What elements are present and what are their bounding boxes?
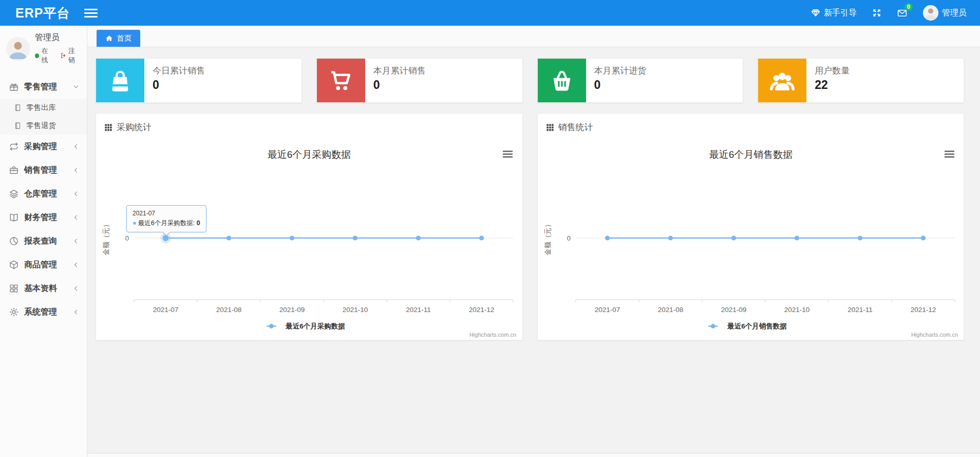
navbar-username: 管理员 (942, 8, 967, 19)
sidebar-user-block: 管理员 在线 注销 (0, 26, 87, 71)
sidebar-item-label: 采购管理 (24, 141, 57, 152)
chevron-left-icon (72, 237, 80, 245)
sidebar-menu: 零售管理零售出库零售退货采购管理销售管理仓库管理财务管理报表查询商品管理基本资料… (0, 75, 87, 324)
data-point[interactable] (605, 235, 609, 240)
chevron-left-icon (72, 261, 80, 268)
data-point[interactable] (668, 235, 672, 240)
layers-icon (9, 189, 19, 199)
y-axis-title: 金额（元） (544, 221, 552, 255)
repeat-icon (9, 141, 19, 152)
svg-text:最近6个月采购数据: 最近6个月采购数据 (285, 322, 345, 330)
data-point[interactable] (920, 235, 925, 240)
submenu-retail: 零售出库零售退货 (0, 99, 87, 135)
user-menu[interactable]: 管理员 (923, 5, 967, 21)
sidebar-avatar (6, 37, 30, 61)
messages-button[interactable]: 0 (897, 8, 908, 19)
stat-card-label: 本月累计销售 (373, 65, 426, 77)
legend-item[interactable]: 最近6个月采购数据 (267, 322, 345, 330)
chart-context-menu-icon[interactable] (503, 151, 513, 158)
sidebar: 管理员 在线 注销 零售管理零售出库零售退货采购管理销售管理仓库管理财务管理报表… (0, 26, 87, 457)
panel-sales-stats: 销售统计 最近6个月销售数据0金额（元）2021-072021-082021-0… (537, 113, 965, 340)
sidebar-item-label: 系统管理 (24, 307, 57, 318)
sidebar-item-label: 销售管理 (24, 165, 57, 176)
data-point[interactable] (794, 235, 799, 240)
chart-title: 最近6个月采购数据 (268, 149, 351, 160)
sign-out-icon (60, 52, 67, 59)
sidebar-item-basic[interactable]: 基本资料 (0, 277, 87, 300)
data-point[interactable] (416, 235, 421, 240)
logout-button[interactable]: 注销 (60, 46, 81, 65)
sidebar-item-label: 基本资料 (24, 283, 57, 294)
online-label: 在线 (41, 46, 53, 65)
x-axis-tick-label: 2021-12 (910, 306, 936, 314)
app-brand: ERP平台 (0, 5, 84, 22)
stat-card-label: 用户数量 (815, 65, 850, 77)
cart-icon (317, 59, 365, 102)
legend-item[interactable]: 最近6个月销售数据 (708, 322, 787, 330)
y-axis-title: 金额（元） (102, 221, 110, 255)
sidebar-item-retail[interactable]: 零售管理 (0, 75, 87, 99)
sidebar-item-label: 财务管理 (24, 212, 57, 223)
x-axis-tick-label: 2021-07 (594, 306, 620, 314)
sidebar-item-reports[interactable]: 报表查询 (0, 229, 87, 253)
chevron-left-icon (72, 214, 80, 221)
chart-credits: Highcharts.com.cn (469, 332, 516, 338)
book-icon (9, 212, 19, 223)
stat-card-value: 0 (594, 78, 647, 92)
data-point[interactable] (479, 235, 484, 240)
chevron-left-icon (72, 308, 80, 316)
gem-icon (811, 8, 820, 17)
guide-label: 新手引导 (824, 8, 857, 19)
fullscreen-icon (872, 8, 881, 17)
x-axis-tick-label: 2021-11 (406, 306, 431, 314)
stat-card-month-purchase[interactable]: 本月累计进货0 (537, 58, 744, 103)
stat-card-month-sales[interactable]: 本月累计销售0 (316, 58, 523, 103)
sidebar-item-warehouse[interactable]: 仓库管理 (0, 182, 87, 206)
panel-title: 采购统计 (117, 121, 152, 133)
panel-title: 销售统计 (558, 121, 593, 133)
gift-icon (9, 82, 19, 92)
stat-card-today-sales[interactable]: 今日累计销售0 (96, 58, 302, 103)
sidebar-item-goods[interactable]: 商品管理 (0, 253, 87, 277)
online-status-dot (35, 53, 39, 58)
data-point[interactable] (857, 235, 862, 240)
data-point[interactable] (731, 235, 736, 240)
sidebar-item-retail-return[interactable]: 零售退货 (0, 117, 87, 135)
sidebar-item-system[interactable]: 系统管理 (0, 300, 87, 324)
data-point[interactable] (163, 235, 169, 241)
x-axis-tick-label: 2021-12 (469, 306, 495, 314)
sidebar-item-sales[interactable]: 销售管理 (0, 158, 87, 182)
sidebar-item-label: 商品管理 (24, 260, 57, 270)
purchase-chart: 最近6个月采购数据0金额（元）2021-072021-082021-092021… (96, 139, 522, 340)
bag-icon (96, 59, 144, 102)
grid-icon (9, 283, 19, 294)
tab-home[interactable]: 首页 (97, 30, 140, 47)
line-chart-svg: 最近6个月销售数据0金额（元）2021-072021-082021-092021… (538, 139, 964, 340)
data-point[interactable] (290, 235, 294, 240)
sidebar-item-finance[interactable]: 财务管理 (0, 206, 87, 229)
users-icon (758, 59, 806, 102)
fullscreen-button[interactable] (872, 8, 881, 17)
data-point[interactable] (227, 235, 231, 240)
chart-context-menu-icon[interactable] (945, 151, 954, 158)
chevron-left-icon (72, 285, 80, 292)
sidebar-item-label: 报表查询 (24, 236, 57, 247)
data-point[interactable] (353, 235, 357, 240)
sidebar-item-retail-outbound[interactable]: 零售出库 (0, 99, 87, 117)
sidebar-toggle-icon[interactable] (84, 7, 98, 20)
x-axis-tick-label: 2021-07 (153, 306, 179, 314)
x-axis-tick-label: 2021-08 (657, 306, 683, 314)
th-grid-icon (104, 123, 112, 132)
footer-strip (87, 453, 980, 457)
sidebar-username: 管理员 (35, 32, 81, 43)
panel-purchase-stats: 采购统计 最近6个月采购数据0金额（元）2021-072021-082021-0… (96, 113, 523, 340)
avatar (923, 5, 938, 21)
briefcase-icon (9, 165, 19, 175)
guide-button[interactable]: 新手引导 (811, 8, 857, 19)
sidebar-item-purchase[interactable]: 采购管理 (0, 135, 87, 158)
cube-icon (9, 260, 19, 270)
y-axis-tick-label: 0 (567, 234, 570, 242)
sidebar-item-label: 仓库管理 (24, 189, 57, 199)
mail-badge: 0 (904, 3, 913, 11)
stat-card-user-count[interactable]: 用户数量22 (758, 58, 964, 103)
